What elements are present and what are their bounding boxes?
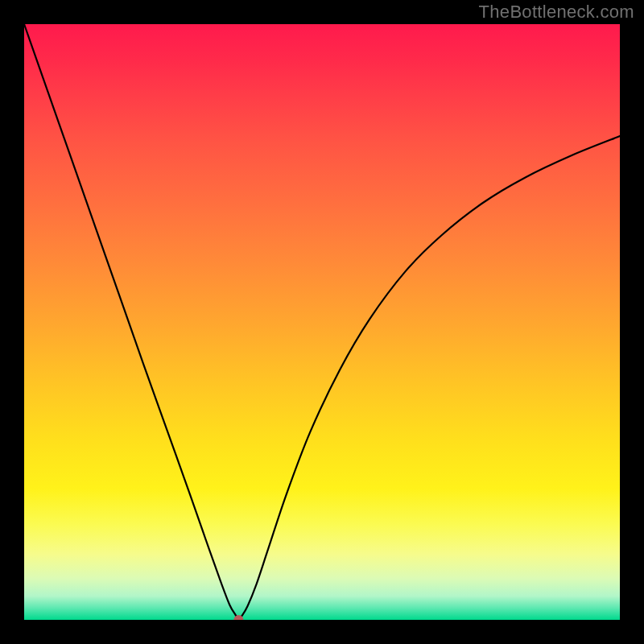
chart-frame: TheBottleneck.com (0, 0, 644, 644)
watermark-text: TheBottleneck.com (479, 2, 634, 23)
plot-area (24, 24, 620, 620)
bottleneck-curve (24, 24, 620, 620)
